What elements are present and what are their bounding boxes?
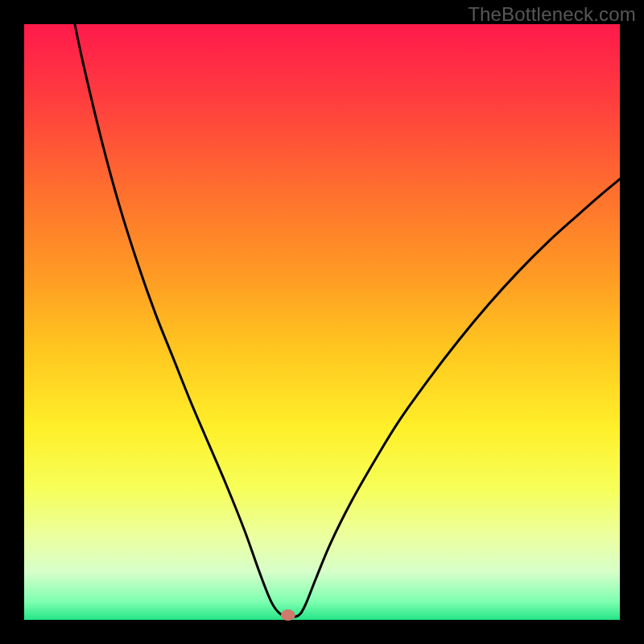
chart-svg <box>0 0 644 644</box>
plot-background <box>24 24 620 620</box>
svg-rect-2 <box>620 0 644 644</box>
svg-rect-1 <box>0 0 24 644</box>
chart-frame: TheBottleneck.com <box>0 0 644 644</box>
marker-dot <box>281 609 295 621</box>
svg-rect-3 <box>0 620 644 644</box>
watermark-text: TheBottleneck.com <box>468 3 636 26</box>
